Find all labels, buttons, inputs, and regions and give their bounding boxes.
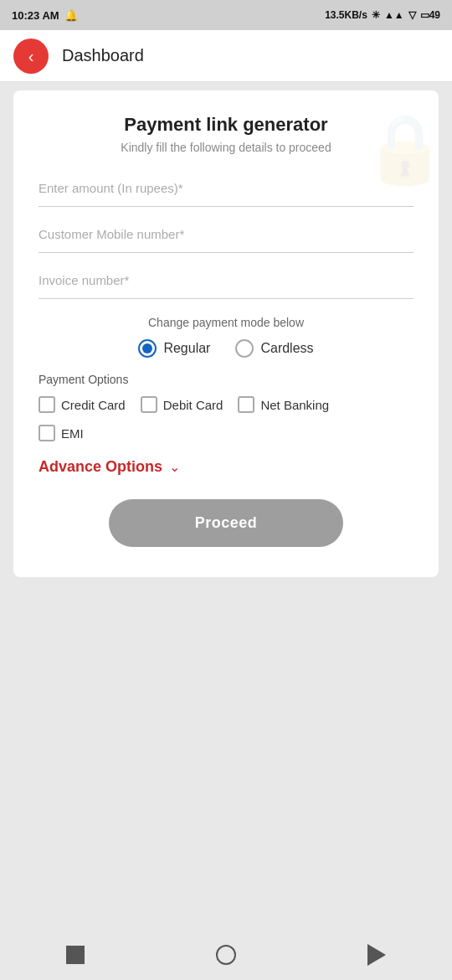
header: ‹ Dashboard (0, 30, 452, 82)
mobile-field (39, 224, 413, 253)
credit-card-label: Credit Card (61, 398, 126, 412)
bottom-nav (0, 930, 452, 980)
bluetooth-icon: ✳ (372, 9, 380, 21)
chevron-down-icon: ⌄ (169, 459, 180, 475)
header-title: Dashboard (62, 46, 144, 65)
debit-card-option[interactable]: Debit Card (141, 396, 223, 413)
credit-card-option[interactable]: Credit Card (39, 396, 126, 413)
emi-row: EMI (39, 425, 413, 441)
radio-regular[interactable]: Regular (138, 339, 210, 358)
amount-input[interactable] (39, 178, 413, 199)
signal-icon: ▲▲ (384, 9, 404, 21)
advance-options[interactable]: Advance Options ⌄ (39, 458, 413, 476)
circle-icon (216, 945, 236, 965)
main-content: 🔒 Payment link generator Kindly fill the… (0, 82, 452, 930)
radio-cardless[interactable]: Cardless (235, 339, 313, 358)
advance-options-text: Advance Options (39, 458, 162, 476)
payment-options-label: Payment Options (39, 373, 413, 386)
radio-cardless-label: Cardless (260, 341, 313, 356)
status-bar: 10:23 AM 🔔 13.5KB/s ✳ ▲▲ ▽ ▭49 (0, 0, 452, 30)
battery-icon: ▭49 (420, 9, 440, 21)
card-subtitle: Kindly fill the following details to pro… (39, 141, 413, 154)
watermark-icon: 🔒 (363, 107, 439, 191)
back-arrow-icon: ‹ (28, 48, 34, 64)
checkbox-row-1: Credit Card Debit Card Net Banking (39, 396, 413, 413)
notification-icon: 🔔 (64, 9, 78, 22)
amount-field (39, 178, 413, 207)
net-banking-checkbox (238, 396, 254, 413)
mobile-input[interactable] (39, 224, 413, 245)
net-banking-option[interactable]: Net Banking (238, 396, 329, 413)
proceed-button[interactable]: Proceed (109, 499, 343, 547)
payment-mode-label: Change payment mode below (39, 316, 413, 329)
nav-circle-button[interactable] (214, 943, 238, 967)
wifi-icon: ▽ (408, 9, 416, 21)
radio-regular-circle (138, 339, 157, 358)
credit-card-checkbox (39, 396, 55, 413)
card-title: Payment link generator (39, 114, 413, 136)
radio-regular-label: Regular (163, 341, 210, 356)
invoice-field (39, 270, 413, 299)
nav-triangle-button[interactable] (365, 943, 388, 967)
radio-cardless-circle (235, 339, 254, 358)
network-speed: 13.5KB/s (325, 9, 367, 21)
radio-group: Regular Cardless (39, 339, 413, 358)
nav-square-button[interactable] (64, 943, 87, 967)
net-banking-label: Net Banking (260, 398, 329, 412)
back-button[interactable]: ‹ (13, 39, 49, 74)
payment-mode-section: Change payment mode below Regular Cardle… (39, 316, 413, 547)
debit-card-label: Debit Card (163, 398, 223, 412)
payment-card: 🔒 Payment link generator Kindly fill the… (13, 90, 439, 577)
invoice-input[interactable] (39, 270, 413, 291)
square-icon (66, 946, 85, 964)
emi-option[interactable]: EMI (39, 425, 84, 441)
status-time: 10:23 AM (12, 9, 59, 22)
triangle-icon (367, 944, 386, 966)
emi-label: EMI (61, 426, 84, 441)
debit-card-checkbox (141, 396, 157, 413)
emi-checkbox (39, 425, 55, 441)
